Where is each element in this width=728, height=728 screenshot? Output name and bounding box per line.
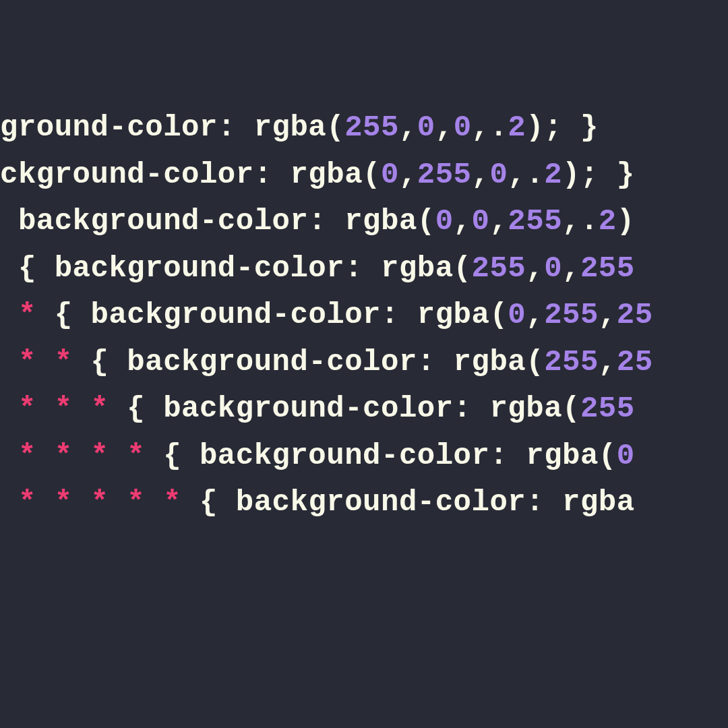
code-token-default: , [562,251,580,285]
code-token-number: 255 [344,111,399,144]
code-token-default: { background-color: rgba( [0,251,472,285]
code-token-default: ckground-color: rgba( [0,158,381,191]
code-token-selector: * * [0,345,73,379]
code-line: * * * * { background-color: rgba(0 [0,433,728,480]
code-token-number: 25 [617,298,653,332]
code-token-default: { background-color: rgba( [36,298,508,332]
code-token-number: 0 [435,204,454,238]
code-token-default: ,. [562,204,599,238]
code-token-number: 255 [508,204,562,238]
code-token-default: , [599,345,617,379]
code-token-number: 25 [617,345,653,379]
code-token-default: , [399,111,417,144]
code-token-selector: * * * * [0,439,145,473]
code-token-default: { background-color: rgba( [73,345,545,379]
code-token-number: 0 [381,158,399,191]
code-token-selector: * * * [0,392,109,425]
code-token-default: background-color: rgba( [0,204,435,238]
code-token-default: , [454,204,472,238]
code-token-default: , [489,204,508,238]
code-token-number: 255 [544,298,599,332]
code-line: * * { background-color: rgba(255,25 [0,339,728,386]
code-editor-viewport: ground-color: rgba(255,0,0,.2); }ckgroun… [0,104,728,526]
code-token-default: , [435,111,454,144]
code-token-default: , [399,158,417,191]
code-token-number: 0 [417,111,435,144]
code-token-default: , [526,298,544,332]
code-line: * * * { background-color: rgba(255 [0,386,728,433]
code-token-default: ) [617,204,635,238]
code-line: * * * * * { background-color: rgba [0,479,728,526]
code-token-default: { background-color: rgba( [145,439,617,473]
code-token-number: 255 [544,345,599,379]
code-token-default: ,. [472,111,508,144]
code-token-number: 0 [544,251,562,285]
code-token-number: 2 [599,204,617,238]
code-token-number: 0 [489,158,508,191]
code-token-number: 255 [472,251,526,285]
code-token-default: ground-color: rgba( [0,111,344,144]
code-token-selector: * * * * * [0,485,181,519]
code-token-default: ); } [562,158,635,191]
code-line: background-color: rgba(0,0,255,.2) [0,198,728,245]
code-token-default: , [472,158,490,191]
code-line: * { background-color: rgba(0,255,25 [0,292,728,339]
code-token-number: 0 [454,111,472,144]
code-line: { background-color: rgba(255,0,255 [0,245,728,293]
code-token-selector: * [0,298,36,332]
code-token-number: 0 [472,204,490,238]
code-token-default: , [526,251,544,285]
code-line: ground-color: rgba(255,0,0,.2); } [0,104,728,152]
code-token-number: 255 [580,251,635,285]
code-token-default: ); } [526,111,599,144]
code-token-number: 0 [617,439,635,473]
code-token-number: 0 [508,298,526,332]
code-token-number: 2 [544,158,562,191]
code-token-number: 255 [580,392,635,425]
code-token-default: ,. [508,158,544,191]
code-token-number: 255 [417,158,472,191]
code-token-default: { background-color: rgba( [109,392,580,425]
code-token-default: { background-color: rgba [181,485,635,519]
code-token-default: , [599,298,617,332]
code-token-number: 2 [508,111,526,144]
code-line: ckground-color: rgba(0,255,0,.2); } [0,152,728,199]
